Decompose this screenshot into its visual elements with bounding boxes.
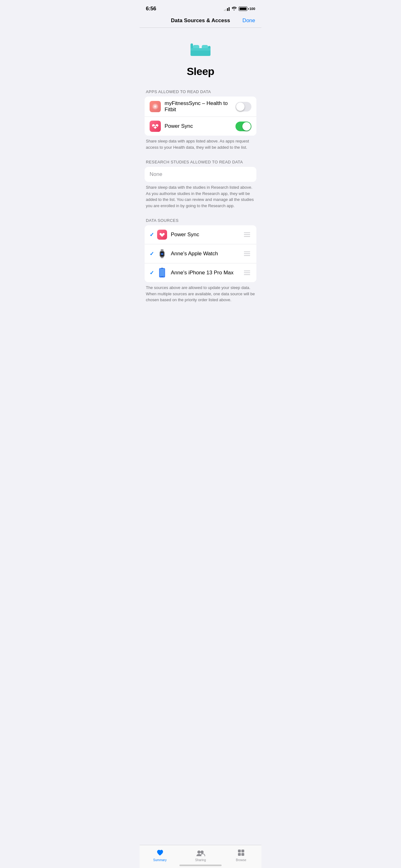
- svg-point-8: [155, 126, 156, 127]
- research-helper-text: Share sleep data with the studies in Res…: [140, 182, 261, 213]
- apps-allowed-label: APPS ALLOWED TO READ DATA: [140, 84, 261, 97]
- status-icons: 100: [224, 6, 255, 11]
- powersync-source-icon: [157, 230, 167, 240]
- apps-helper-text: Share sleep data with apps listed above.…: [140, 135, 261, 154]
- sources-helper-text: The sources above are allowed to update …: [140, 282, 261, 307]
- nav-bar: Data Sources & Access Done: [140, 15, 261, 28]
- battery-icon: 100: [239, 6, 255, 11]
- research-none: None: [144, 167, 257, 182]
- applewatch-source-name: Anne's Apple Watch: [171, 251, 243, 257]
- svg-rect-16: [162, 249, 163, 250]
- status-bar: 6:56 100: [140, 0, 261, 15]
- svg-rect-15: [161, 249, 162, 250]
- app-row-powersync: Power Sync: [144, 117, 257, 135]
- svg-point-9: [156, 126, 157, 127]
- main-content: Sleep APPS ALLOWED TO READ DATA myFitnes…: [140, 28, 261, 335]
- source-row-applewatch: ✓ Anne's Apple Watch: [144, 244, 257, 263]
- research-studies-label: RESEARCH STUDIES ALLOWED TO READ DATA: [140, 154, 261, 167]
- svg-rect-2: [208, 46, 210, 56]
- source-row-iphone: ✓ Anne's iPhone 13 Pro Max: [144, 263, 257, 282]
- svg-rect-18: [160, 269, 164, 277]
- iphone-source-icon: [157, 268, 167, 278]
- signal-icon: [224, 6, 230, 11]
- status-time: 6:56: [146, 6, 156, 12]
- apps-card: myFitnessSync – Health to Fitbit Power S…: [144, 97, 257, 135]
- powersync-source-name: Power Sync: [171, 231, 243, 238]
- bed-icon: [188, 37, 213, 60]
- sleep-header: Sleep: [140, 28, 261, 84]
- svg-rect-5: [191, 48, 210, 51]
- iphone-source-name: Anne's iPhone 13 Pro Max: [171, 270, 243, 276]
- wifi-icon: [231, 6, 237, 11]
- svg-point-14: [161, 253, 163, 255]
- page-title: Data Sources & Access: [165, 18, 236, 24]
- myfitnesssync-name: myFitnessSync – Health to Fitbit: [165, 100, 235, 113]
- applewatch-drag-handle[interactable]: [243, 250, 252, 257]
- applewatch-check-icon: ✓: [149, 251, 154, 257]
- powersync-toggle[interactable]: [235, 122, 252, 131]
- svg-rect-12: [161, 250, 164, 251]
- iphone-check-icon: ✓: [149, 270, 154, 276]
- svg-point-7: [153, 126, 155, 127]
- done-button[interactable]: Done: [236, 18, 255, 24]
- powersync-icon: [149, 121, 161, 132]
- svg-rect-13: [161, 257, 164, 258]
- powersync-check-icon: ✓: [149, 231, 154, 238]
- myfitnesssync-toggle[interactable]: [235, 102, 252, 112]
- powersync-drag-handle[interactable]: [243, 231, 252, 238]
- source-row-powersync: ✓ Power Sync: [144, 225, 257, 244]
- myfitnesssync-icon: [149, 101, 161, 112]
- data-sources-label: DATA SOURCES: [140, 213, 261, 225]
- svg-point-20: [162, 276, 163, 277]
- applewatch-source-icon: [157, 249, 167, 259]
- data-sources-card: ✓ Power Sync ✓: [144, 225, 257, 282]
- sleep-title: Sleep: [187, 65, 214, 78]
- iphone-drag-handle[interactable]: [243, 269, 252, 276]
- svg-rect-19: [161, 268, 163, 269]
- powersync-name: Power Sync: [165, 123, 235, 129]
- app-row-myfitnesssync: myFitnessSync – Health to Fitbit: [144, 97, 257, 117]
